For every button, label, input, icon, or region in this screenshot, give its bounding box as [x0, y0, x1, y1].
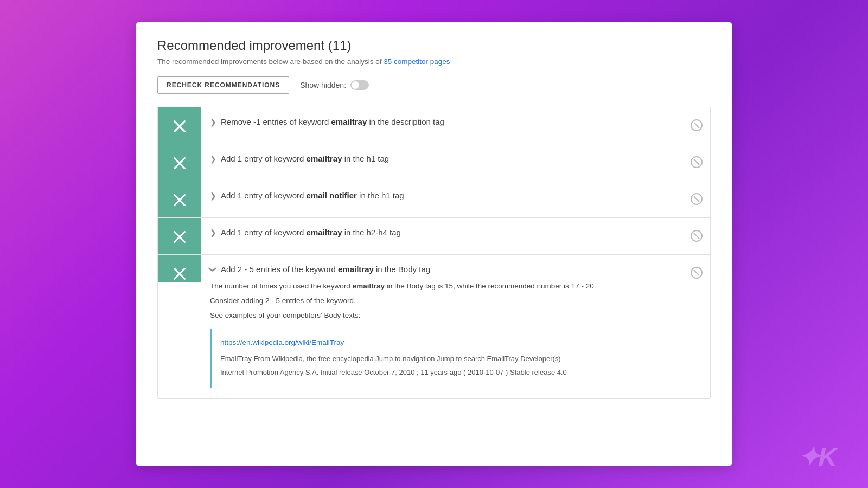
- error-icon: [171, 229, 188, 245]
- hide-icon[interactable]: [691, 119, 703, 131]
- error-icon: [171, 155, 188, 171]
- show-hidden-toggle[interactable]: [350, 80, 369, 90]
- expanded-content: The number of times you used the keyword…: [210, 280, 674, 388]
- rec-header: ❯ Add 1 entry of keyword emailtray in th…: [210, 154, 674, 163]
- error-icon: [171, 266, 188, 282]
- rec-text: Remove -1 entries of keyword emailtray i…: [221, 117, 444, 126]
- page-subtitle: The recommended improvements below are b…: [157, 57, 711, 66]
- rec-header: ❯ Remove -1 entries of keyword emailtray…: [210, 117, 674, 126]
- recommendations-list: ❯ Remove -1 entries of keyword emailtray…: [157, 107, 711, 399]
- status-icon-col: [158, 218, 201, 254]
- status-icon-col: [158, 255, 201, 282]
- hide-icon-col: [683, 218, 710, 254]
- recheck-button[interactable]: RECHECK RECOMMENDATIONS: [157, 76, 289, 94]
- rec-text: Add 1 entry of keyword email notifier in…: [221, 191, 404, 200]
- table-row: ❯ Add 1 entry of keyword emailtray in th…: [158, 218, 710, 255]
- status-icon-col: [158, 107, 201, 144]
- chevron-right-icon[interactable]: ❯: [210, 191, 216, 200]
- chevron-right-icon[interactable]: ❯: [210, 155, 216, 163]
- hide-icon-col: [683, 255, 710, 279]
- status-icon-col: [158, 181, 201, 217]
- hide-icon-col: [683, 181, 710, 217]
- rec-text: Add 1 entry of keyword emailtray in the …: [221, 154, 389, 163]
- chevron-right-icon[interactable]: ❯: [210, 228, 216, 237]
- table-row: ❯ Add 1 entry of keyword email notifier …: [158, 181, 710, 218]
- competitor-text-line2: Internet Promotion Agency S.A. Initial r…: [220, 367, 665, 378]
- rec-text: Add 1 entry of keyword emailtray in the …: [221, 228, 401, 237]
- rec-content: ❯ Add 1 entry of keyword email notifier …: [201, 181, 683, 217]
- chevron-right-icon[interactable]: ❯: [210, 118, 216, 126]
- rec-header: ❯ Add 2 - 5 entries of the keyword email…: [210, 265, 674, 274]
- competitor-pages-link[interactable]: 35 competitor pages: [384, 57, 450, 66]
- table-row: ❯ Add 2 - 5 entries of the keyword email…: [158, 255, 710, 398]
- hide-icon[interactable]: [691, 193, 703, 205]
- rec-content: ❯ Remove -1 entries of keyword emailtray…: [201, 107, 683, 144]
- subtitle-prefix: The recommended improvements below are b…: [157, 57, 384, 66]
- rec-header: ❯ Add 1 entry of keyword emailtray in th…: [210, 228, 674, 237]
- page-title: Recommended improvement (11): [157, 38, 711, 53]
- table-row: ❯ Remove -1 entries of keyword emailtray…: [158, 107, 710, 144]
- error-icon: [171, 192, 188, 208]
- competitor-example-box: https://en.wikipedia.org/wiki/EmailTray …: [210, 329, 674, 389]
- expanded-desc-line1: The number of times you used the keyword…: [210, 280, 674, 293]
- rec-text: Add 2 - 5 entries of the keyword emailtr…: [221, 265, 430, 274]
- main-card: Recommended improvement (11) The recomme…: [136, 22, 732, 466]
- hide-icon[interactable]: [691, 267, 703, 279]
- show-hidden-label: Show hidden:: [300, 81, 346, 89]
- hide-icon-col: [683, 144, 710, 181]
- background-watermark: ✦K: [798, 441, 835, 472]
- status-icon-col: [158, 144, 201, 181]
- error-icon: [171, 118, 188, 134]
- rec-content: ❯ Add 1 entry of keyword emailtray in th…: [201, 218, 683, 254]
- rec-content: ❯ Add 1 entry of keyword emailtray in th…: [201, 144, 683, 181]
- expanded-desc-line3: See examples of your competitors' Body t…: [210, 310, 674, 322]
- table-row: ❯ Add 1 entry of keyword emailtray in th…: [158, 144, 710, 181]
- rec-content: ❯ Add 2 - 5 entries of the keyword email…: [201, 255, 683, 398]
- rec-header: ❯ Add 1 entry of keyword email notifier …: [210, 191, 674, 200]
- hide-icon[interactable]: [691, 156, 703, 168]
- show-hidden-control: Show hidden:: [300, 80, 369, 90]
- competitor-url-link[interactable]: https://en.wikipedia.org/wiki/EmailTray: [220, 337, 665, 349]
- hide-icon[interactable]: [691, 230, 703, 242]
- hide-icon-col: [683, 107, 710, 144]
- competitor-text-line1: EmailTray From Wikipedia, the free encyc…: [220, 354, 665, 365]
- expanded-desc-line2: Consider adding 2 - 5 entries of the key…: [210, 295, 674, 307]
- chevron-down-icon[interactable]: ❯: [209, 266, 218, 273]
- toolbar: RECHECK RECOMMENDATIONS Show hidden:: [157, 76, 711, 94]
